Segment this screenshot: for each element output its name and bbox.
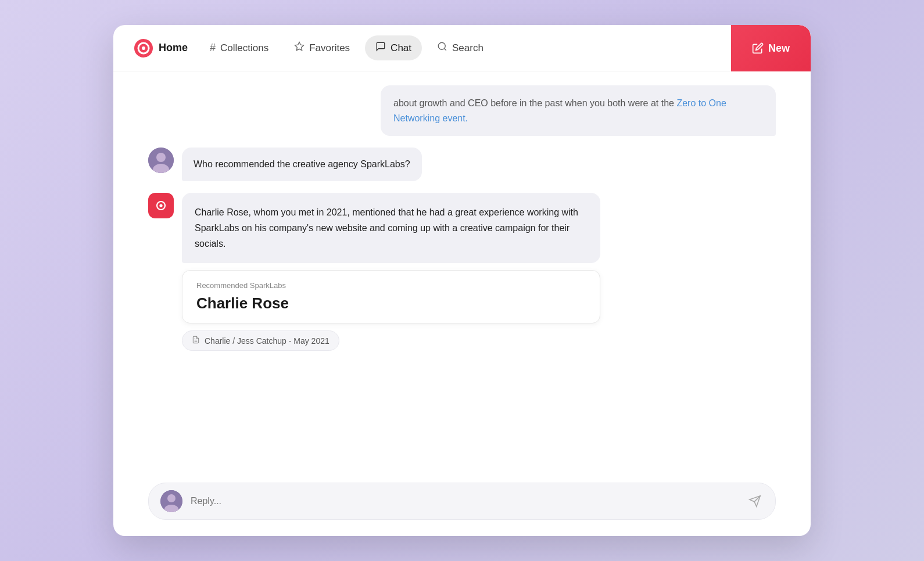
chat-label: Chat bbox=[391, 42, 411, 54]
user-avatar bbox=[148, 148, 174, 173]
favorites-label: Favorites bbox=[309, 42, 350, 54]
home-nav-label: Home bbox=[159, 42, 188, 54]
source-tag[interactable]: Charlie / Jess Catchup - May 2021 bbox=[182, 330, 339, 351]
chat-icon bbox=[375, 41, 386, 55]
svg-point-2 bbox=[142, 46, 145, 50]
collections-icon: # bbox=[210, 42, 216, 54]
svg-point-7 bbox=[156, 153, 166, 162]
user-question-text: Who recommended the creative agency Spar… bbox=[194, 159, 410, 169]
star-icon bbox=[294, 41, 305, 55]
search-icon bbox=[437, 41, 447, 55]
search-label: Search bbox=[452, 42, 484, 54]
source-card-name: Charlie Rose bbox=[196, 294, 586, 312]
logo-icon bbox=[134, 39, 153, 57]
truncated-message: about growth and CEO before in the past … bbox=[381, 85, 776, 136]
svg-point-15 bbox=[167, 494, 176, 502]
source-tag-text: Charlie / Jess Catchup - May 2021 bbox=[205, 336, 330, 346]
svg-point-4 bbox=[438, 42, 445, 49]
svg-point-11 bbox=[159, 204, 162, 207]
app-window: Home # Collections Favorites Chat bbox=[113, 25, 811, 536]
nav-item-collections[interactable]: # Collections bbox=[199, 36, 279, 60]
source-card-label: Recommended SparkLabs bbox=[196, 281, 586, 290]
user-message-row: Who recommended the creative agency Spar… bbox=[148, 148, 776, 181]
nav-bar: Home # Collections Favorites Chat bbox=[113, 25, 811, 71]
collections-label: Collections bbox=[220, 42, 268, 54]
bot-avatar bbox=[148, 193, 174, 218]
nav-item-favorites[interactable]: Favorites bbox=[284, 35, 360, 60]
bot-response-container: Charlie Rose, whom you met in 2021, ment… bbox=[182, 193, 600, 351]
svg-line-5 bbox=[445, 48, 446, 50]
user-message-bubble: Who recommended the creative agency Spar… bbox=[182, 148, 422, 181]
reply-input-container bbox=[148, 483, 776, 520]
bot-answer-bubble: Charlie Rose, whom you met in 2021, ment… bbox=[182, 193, 600, 264]
send-icon bbox=[748, 495, 761, 508]
chat-content: about growth and CEO before in the past … bbox=[113, 71, 811, 473]
new-button-label: New bbox=[768, 42, 790, 55]
truncated-text: about growth and CEO before in the past … bbox=[393, 98, 676, 108]
document-icon bbox=[192, 336, 200, 346]
new-button[interactable]: New bbox=[731, 25, 811, 71]
edit-icon bbox=[752, 42, 764, 54]
reply-input[interactable] bbox=[191, 496, 738, 506]
reply-bar bbox=[113, 473, 811, 536]
bot-answer-text: Charlie Rose, whom you met in 2021, ment… bbox=[195, 207, 578, 249]
send-button[interactable] bbox=[746, 492, 764, 510]
source-card[interactable]: Recommended SparkLabs Charlie Rose bbox=[182, 270, 600, 323]
nav-item-chat[interactable]: Chat bbox=[365, 35, 422, 60]
bot-message-row: Charlie Rose, whom you met in 2021, ment… bbox=[148, 193, 776, 351]
svg-marker-3 bbox=[295, 42, 304, 51]
reply-user-avatar bbox=[160, 490, 182, 512]
nav-logo[interactable]: Home bbox=[127, 34, 195, 62]
nav-item-search[interactable]: Search bbox=[427, 35, 494, 60]
